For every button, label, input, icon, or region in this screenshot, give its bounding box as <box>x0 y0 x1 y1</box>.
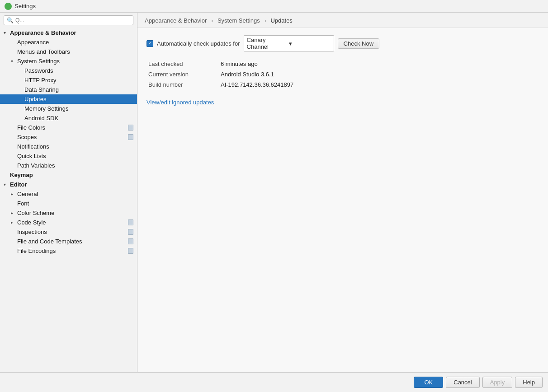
breadcrumb-current: Updates <box>270 17 292 24</box>
auto-check-row: Automatically check updates for Canary C… <box>146 35 539 51</box>
sidebar-item-general[interactable]: ▸ General <box>0 189 137 199</box>
sidebar-item-scopes[interactable]: Scopes <box>0 132 137 142</box>
sidebar-item-path-variables[interactable]: Path Variables <box>0 161 137 170</box>
cancel-button[interactable]: Cancel <box>446 377 479 388</box>
chevron-right-icon: ▸ <box>11 191 17 196</box>
sidebar-item-quick-lists[interactable]: Quick Lists <box>0 151 137 161</box>
apply-button[interactable]: Apply <box>482 377 513 388</box>
sidebar-item-font[interactable]: Font <box>0 199 137 208</box>
sidebar-item-appearance-behavior[interactable]: ▾ Appearance & Behavior <box>0 28 137 37</box>
breadcrumb-sep-2: › <box>264 17 266 24</box>
sidebar-item-color-scheme[interactable]: ▸ Color Scheme <box>0 208 137 218</box>
help-button[interactable]: Help <box>515 377 543 388</box>
main-container: 🔍 ▾ Appearance & Behavior Appearance Men… <box>0 13 548 372</box>
breadcrumb-part-2: System Settings <box>217 17 260 24</box>
sidebar-item-file-colors[interactable]: File Colors <box>0 123 137 132</box>
sidebar-item-appearance[interactable]: Appearance <box>0 37 137 47</box>
check-now-button[interactable]: Check Now <box>338 38 379 49</box>
chevron-down-icon: ▾ <box>4 182 10 187</box>
sidebar-item-android-sdk[interactable]: Android SDK <box>0 113 137 123</box>
sidebar-item-editor[interactable]: ▾ Editor <box>0 180 137 189</box>
page-doc-icon <box>128 125 133 131</box>
page-doc-icon <box>128 134 133 140</box>
auto-check-label: Automatically check updates for <box>157 40 240 47</box>
channel-select[interactable]: Canary Channel ▾ <box>244 35 334 51</box>
sidebar-item-memory-settings[interactable]: Memory Settings <box>0 104 137 113</box>
sidebar-item-data-sharing[interactable]: Data Sharing <box>0 85 137 94</box>
chevron-right-icon: ▸ <box>11 210 17 215</box>
sidebar: 🔍 ▾ Appearance & Behavior Appearance Men… <box>0 13 137 372</box>
updates-panel: Automatically check updates for Canary C… <box>137 28 548 372</box>
current-version-value: Android Studio 3.6.1 <box>221 71 539 78</box>
page-doc-icon <box>128 229 133 235</box>
last-checked-value: 6 minutes ago <box>221 61 539 67</box>
sidebar-item-menus-toolbars[interactable]: Menus and Toolbars <box>0 47 137 56</box>
sidebar-item-file-code-templates[interactable]: File and Code Templates <box>0 237 137 246</box>
current-version-label: Current version <box>148 71 221 78</box>
sidebar-item-inspections[interactable]: Inspections <box>0 227 137 237</box>
breadcrumb: Appearance & Behavior › System Settings … <box>137 13 548 28</box>
sidebar-item-keymap[interactable]: Keymap <box>0 170 137 180</box>
sidebar-item-file-encodings[interactable]: File Encodings <box>0 246 137 256</box>
page-doc-icon <box>128 238 133 244</box>
sidebar-item-code-style[interactable]: ▸ Code Style <box>0 218 137 227</box>
build-number-value: AI-192.7142.36.36.6241897 <box>221 81 539 88</box>
chevron-right-icon: ▸ <box>11 220 17 225</box>
sidebar-item-system-settings[interactable]: ▾ System Settings <box>0 56 137 66</box>
sidebar-item-updates[interactable]: Updates <box>0 94 137 104</box>
build-number-label: Build number <box>148 81 221 88</box>
sidebar-item-notifications[interactable]: Notifications <box>0 142 137 151</box>
breadcrumb-part-1: Appearance & Behavior <box>145 17 207 24</box>
page-doc-icon <box>128 219 133 225</box>
page-doc-icon <box>128 248 133 254</box>
app-icon <box>5 3 12 10</box>
sidebar-tree: ▾ Appearance & Behavior Appearance Menus… <box>0 28 137 372</box>
chevron-down-icon: ▾ <box>289 40 331 47</box>
channel-value: Canary Channel <box>247 37 289 50</box>
search-box[interactable]: 🔍 <box>4 15 133 25</box>
window-title: Settings <box>14 3 36 9</box>
chevron-down-icon: ▾ <box>4 30 10 35</box>
title-bar: Settings <box>0 0 548 13</box>
sidebar-item-passwords[interactable]: Passwords <box>0 66 137 75</box>
chevron-down-icon: ▾ <box>11 59 17 64</box>
search-icon: 🔍 <box>7 17 14 23</box>
ok-button[interactable]: OK <box>414 377 443 388</box>
breadcrumb-sep-1: › <box>211 17 213 24</box>
view-edit-ignored-link[interactable]: View/edit ignored updates <box>146 99 214 106</box>
last-checked-label: Last checked <box>148 61 221 67</box>
info-grid: Last checked 6 minutes ago Current versi… <box>148 61 539 88</box>
auto-check-checkbox[interactable] <box>146 40 153 47</box>
content-panel: Appearance & Behavior › System Settings … <box>137 13 548 372</box>
search-input[interactable] <box>15 17 130 23</box>
bottom-bar: OK Cancel Apply Help <box>0 372 548 392</box>
sidebar-item-http-proxy[interactable]: HTTP Proxy <box>0 75 137 85</box>
